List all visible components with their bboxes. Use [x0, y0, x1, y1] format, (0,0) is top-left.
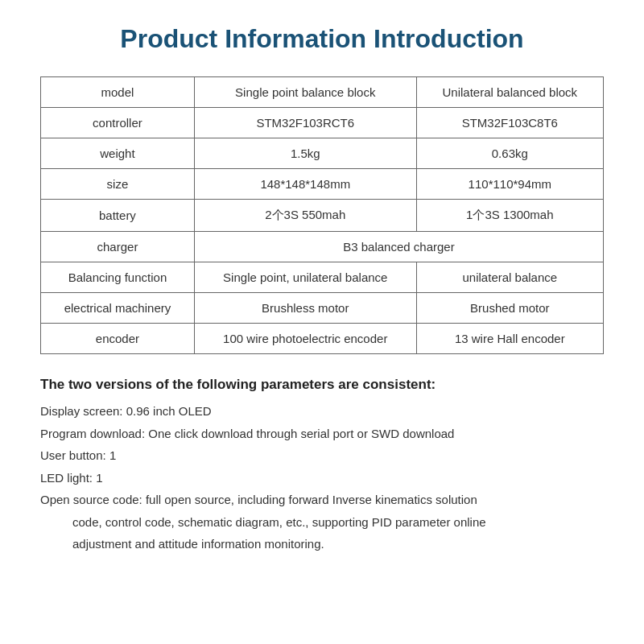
params-section-title: The two versions of the following parame…	[40, 377, 604, 393]
table-cell-col2: Unilateral balanced block	[416, 77, 603, 108]
table-cell-label: charger	[41, 232, 195, 262]
table-cell-label: electrical machinery	[41, 293, 195, 324]
table-cell-col1: 2个3S 550mah	[194, 200, 416, 232]
table-cell-label: Balancing function	[41, 262, 195, 293]
table-cell-col1: Brushless motor	[194, 293, 416, 324]
params-list: Display screen: 0.96 inch OLEDProgram do…	[40, 401, 604, 555]
table-cell-col2: 1个3S 1300mah	[416, 200, 603, 232]
params-item: code, control code, schematic diagram, e…	[40, 512, 604, 533]
table-cell-label: model	[41, 77, 195, 108]
params-item: User button: 1	[40, 445, 604, 466]
table-row: electrical machineryBrushless motorBrush…	[41, 293, 604, 324]
table-cell-label: encoder	[41, 324, 195, 354]
table-row: controllerSTM32F103RCT6STM32F103C8T6	[41, 108, 604, 138]
params-section: The two versions of the following parame…	[40, 377, 604, 555]
table-cell-label: weight	[41, 138, 195, 169]
params-item: Program download: One click download thr…	[40, 423, 604, 444]
table-cell-col2: unilateral balance	[416, 262, 603, 293]
page-title: Product Information Introduction	[40, 24, 604, 54]
params-item: Display screen: 0.96 inch OLED	[40, 401, 604, 422]
table-cell-col1: Single point, unilateral balance	[194, 262, 416, 293]
table-cell-col2: 110*110*94mm	[416, 169, 603, 200]
table-cell-col2: STM32F103C8T6	[416, 108, 603, 138]
table-cell-col2: Brushed motor	[416, 293, 603, 324]
table-row: modelSingle point balance blockUnilatera…	[41, 77, 604, 108]
table-row: encoder100 wire photoelectric encoder13 …	[41, 324, 604, 354]
table-cell-label: battery	[41, 200, 195, 232]
table-row: weight1.5kg0.63kg	[41, 138, 604, 169]
table-cell-col2: 13 wire Hall encoder	[416, 324, 603, 354]
params-item: adjustment and attitude information moni…	[40, 534, 604, 555]
table-row: battery2个3S 550mah1个3S 1300mah	[41, 200, 604, 232]
table-cell-col1: 100 wire photoelectric encoder	[194, 324, 416, 354]
product-info-table: modelSingle point balance blockUnilatera…	[40, 76, 604, 354]
table-cell-col1: 148*148*148mm	[194, 169, 416, 200]
table-cell-col2: 0.63kg	[416, 138, 603, 169]
table-cell-label: size	[41, 169, 195, 200]
table-row: chargerB3 balanced charger	[41, 232, 604, 262]
params-item: LED light: 1	[40, 468, 604, 489]
table-cell-label: controller	[41, 108, 195, 138]
table-cell-col1: STM32F103RCT6	[194, 108, 416, 138]
table-cell-span: B3 balanced charger	[194, 232, 603, 262]
params-item: Open source code: full open source, incl…	[40, 489, 604, 510]
table-row: size148*148*148mm110*110*94mm	[41, 169, 604, 200]
table-cell-col1: 1.5kg	[194, 138, 416, 169]
table-cell-col1: Single point balance block	[194, 77, 416, 108]
table-row: Balancing functionSingle point, unilater…	[41, 262, 604, 293]
